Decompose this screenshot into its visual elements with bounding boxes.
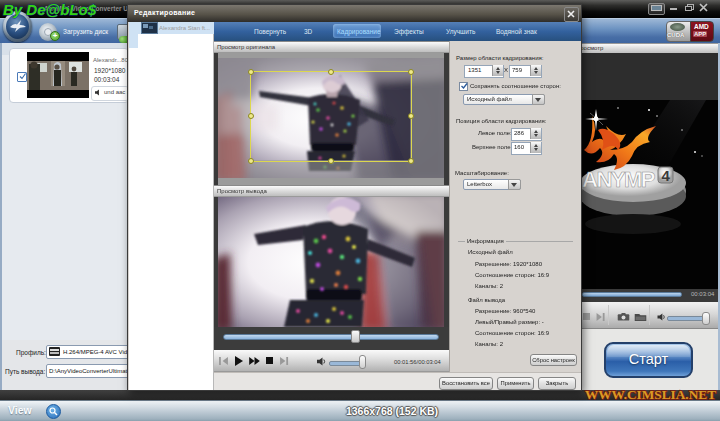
svg-text:4: 4 xyxy=(662,167,671,184)
svg-text:ANYMP: ANYMP xyxy=(582,167,655,192)
